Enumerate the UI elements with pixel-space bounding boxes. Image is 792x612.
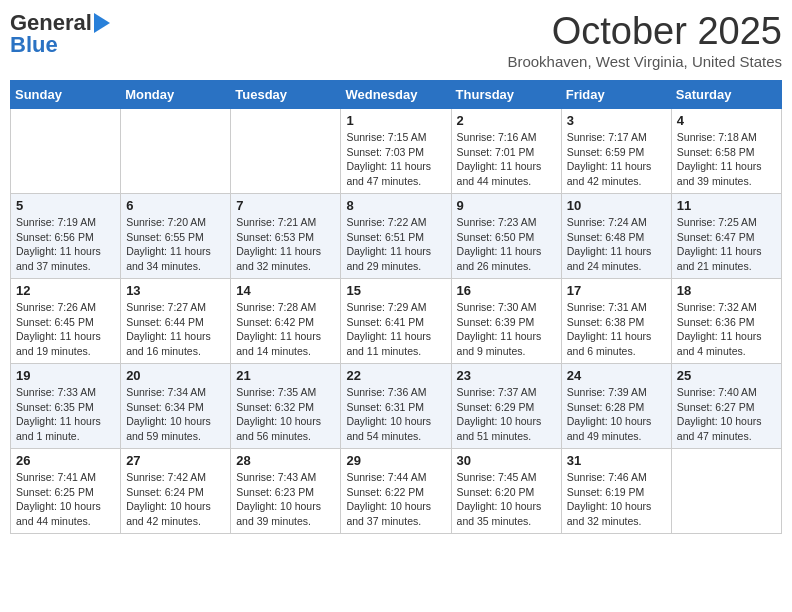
calendar-cell: 19Sunrise: 7:33 AM Sunset: 6:35 PM Dayli… bbox=[11, 364, 121, 449]
title-area: October 2025 Brookhaven, West Virginia, … bbox=[507, 10, 782, 70]
calendar-cell: 9Sunrise: 7:23 AM Sunset: 6:50 PM Daylig… bbox=[451, 194, 561, 279]
calendar-cell: 18Sunrise: 7:32 AM Sunset: 6:36 PM Dayli… bbox=[671, 279, 781, 364]
day-number: 2 bbox=[457, 113, 556, 128]
day-number: 23 bbox=[457, 368, 556, 383]
calendar-cell: 6Sunrise: 7:20 AM Sunset: 6:55 PM Daylig… bbox=[121, 194, 231, 279]
calendar-cell bbox=[671, 449, 781, 534]
day-number: 1 bbox=[346, 113, 445, 128]
calendar-cell: 5Sunrise: 7:19 AM Sunset: 6:56 PM Daylig… bbox=[11, 194, 121, 279]
day-info: Sunrise: 7:41 AM Sunset: 6:25 PM Dayligh… bbox=[16, 470, 115, 529]
calendar-cell: 30Sunrise: 7:45 AM Sunset: 6:20 PM Dayli… bbox=[451, 449, 561, 534]
calendar-cell: 22Sunrise: 7:36 AM Sunset: 6:31 PM Dayli… bbox=[341, 364, 451, 449]
page-header: General Blue October 2025 Brookhaven, We… bbox=[10, 10, 782, 70]
day-number: 20 bbox=[126, 368, 225, 383]
day-info: Sunrise: 7:27 AM Sunset: 6:44 PM Dayligh… bbox=[126, 300, 225, 359]
day-info: Sunrise: 7:24 AM Sunset: 6:48 PM Dayligh… bbox=[567, 215, 666, 274]
location: Brookhaven, West Virginia, United States bbox=[507, 53, 782, 70]
logo-arrow-icon bbox=[94, 13, 110, 33]
calendar-week-row: 1Sunrise: 7:15 AM Sunset: 7:03 PM Daylig… bbox=[11, 109, 782, 194]
month-title: October 2025 bbox=[507, 10, 782, 53]
day-header-wednesday: Wednesday bbox=[341, 81, 451, 109]
day-info: Sunrise: 7:36 AM Sunset: 6:31 PM Dayligh… bbox=[346, 385, 445, 444]
day-info: Sunrise: 7:43 AM Sunset: 6:23 PM Dayligh… bbox=[236, 470, 335, 529]
calendar-cell: 28Sunrise: 7:43 AM Sunset: 6:23 PM Dayli… bbox=[231, 449, 341, 534]
calendar-cell: 12Sunrise: 7:26 AM Sunset: 6:45 PM Dayli… bbox=[11, 279, 121, 364]
day-info: Sunrise: 7:44 AM Sunset: 6:22 PM Dayligh… bbox=[346, 470, 445, 529]
day-info: Sunrise: 7:40 AM Sunset: 6:27 PM Dayligh… bbox=[677, 385, 776, 444]
day-info: Sunrise: 7:34 AM Sunset: 6:34 PM Dayligh… bbox=[126, 385, 225, 444]
day-header-friday: Friday bbox=[561, 81, 671, 109]
calendar-cell: 13Sunrise: 7:27 AM Sunset: 6:44 PM Dayli… bbox=[121, 279, 231, 364]
day-number: 3 bbox=[567, 113, 666, 128]
day-number: 13 bbox=[126, 283, 225, 298]
day-info: Sunrise: 7:45 AM Sunset: 6:20 PM Dayligh… bbox=[457, 470, 556, 529]
day-number: 4 bbox=[677, 113, 776, 128]
calendar-cell: 7Sunrise: 7:21 AM Sunset: 6:53 PM Daylig… bbox=[231, 194, 341, 279]
day-header-thursday: Thursday bbox=[451, 81, 561, 109]
day-number: 27 bbox=[126, 453, 225, 468]
day-number: 5 bbox=[16, 198, 115, 213]
day-info: Sunrise: 7:19 AM Sunset: 6:56 PM Dayligh… bbox=[16, 215, 115, 274]
logo: General Blue bbox=[10, 10, 110, 58]
day-header-tuesday: Tuesday bbox=[231, 81, 341, 109]
calendar-cell: 8Sunrise: 7:22 AM Sunset: 6:51 PM Daylig… bbox=[341, 194, 451, 279]
calendar-cell: 2Sunrise: 7:16 AM Sunset: 7:01 PM Daylig… bbox=[451, 109, 561, 194]
day-number: 10 bbox=[567, 198, 666, 213]
calendar-cell: 23Sunrise: 7:37 AM Sunset: 6:29 PM Dayli… bbox=[451, 364, 561, 449]
day-number: 17 bbox=[567, 283, 666, 298]
day-info: Sunrise: 7:15 AM Sunset: 7:03 PM Dayligh… bbox=[346, 130, 445, 189]
calendar-week-row: 12Sunrise: 7:26 AM Sunset: 6:45 PM Dayli… bbox=[11, 279, 782, 364]
calendar-cell: 31Sunrise: 7:46 AM Sunset: 6:19 PM Dayli… bbox=[561, 449, 671, 534]
day-info: Sunrise: 7:32 AM Sunset: 6:36 PM Dayligh… bbox=[677, 300, 776, 359]
day-info: Sunrise: 7:17 AM Sunset: 6:59 PM Dayligh… bbox=[567, 130, 666, 189]
day-number: 7 bbox=[236, 198, 335, 213]
calendar-table: SundayMondayTuesdayWednesdayThursdayFrid… bbox=[10, 80, 782, 534]
day-number: 12 bbox=[16, 283, 115, 298]
calendar-cell: 10Sunrise: 7:24 AM Sunset: 6:48 PM Dayli… bbox=[561, 194, 671, 279]
day-number: 6 bbox=[126, 198, 225, 213]
day-info: Sunrise: 7:28 AM Sunset: 6:42 PM Dayligh… bbox=[236, 300, 335, 359]
day-info: Sunrise: 7:18 AM Sunset: 6:58 PM Dayligh… bbox=[677, 130, 776, 189]
day-info: Sunrise: 7:22 AM Sunset: 6:51 PM Dayligh… bbox=[346, 215, 445, 274]
calendar-cell: 21Sunrise: 7:35 AM Sunset: 6:32 PM Dayli… bbox=[231, 364, 341, 449]
calendar-week-row: 19Sunrise: 7:33 AM Sunset: 6:35 PM Dayli… bbox=[11, 364, 782, 449]
day-info: Sunrise: 7:33 AM Sunset: 6:35 PM Dayligh… bbox=[16, 385, 115, 444]
day-number: 9 bbox=[457, 198, 556, 213]
day-number: 16 bbox=[457, 283, 556, 298]
calendar-cell: 25Sunrise: 7:40 AM Sunset: 6:27 PM Dayli… bbox=[671, 364, 781, 449]
calendar-cell: 29Sunrise: 7:44 AM Sunset: 6:22 PM Dayli… bbox=[341, 449, 451, 534]
calendar-header-row: SundayMondayTuesdayWednesdayThursdayFrid… bbox=[11, 81, 782, 109]
calendar-cell: 27Sunrise: 7:42 AM Sunset: 6:24 PM Dayli… bbox=[121, 449, 231, 534]
day-number: 14 bbox=[236, 283, 335, 298]
day-info: Sunrise: 7:26 AM Sunset: 6:45 PM Dayligh… bbox=[16, 300, 115, 359]
calendar-cell: 24Sunrise: 7:39 AM Sunset: 6:28 PM Dayli… bbox=[561, 364, 671, 449]
day-number: 31 bbox=[567, 453, 666, 468]
calendar-cell: 1Sunrise: 7:15 AM Sunset: 7:03 PM Daylig… bbox=[341, 109, 451, 194]
day-info: Sunrise: 7:39 AM Sunset: 6:28 PM Dayligh… bbox=[567, 385, 666, 444]
day-number: 25 bbox=[677, 368, 776, 383]
day-number: 24 bbox=[567, 368, 666, 383]
day-header-saturday: Saturday bbox=[671, 81, 781, 109]
calendar-week-row: 26Sunrise: 7:41 AM Sunset: 6:25 PM Dayli… bbox=[11, 449, 782, 534]
day-number: 26 bbox=[16, 453, 115, 468]
day-info: Sunrise: 7:16 AM Sunset: 7:01 PM Dayligh… bbox=[457, 130, 556, 189]
day-header-sunday: Sunday bbox=[11, 81, 121, 109]
day-number: 21 bbox=[236, 368, 335, 383]
calendar-cell: 16Sunrise: 7:30 AM Sunset: 6:39 PM Dayli… bbox=[451, 279, 561, 364]
day-info: Sunrise: 7:21 AM Sunset: 6:53 PM Dayligh… bbox=[236, 215, 335, 274]
day-number: 28 bbox=[236, 453, 335, 468]
day-number: 8 bbox=[346, 198, 445, 213]
day-number: 19 bbox=[16, 368, 115, 383]
calendar-cell: 17Sunrise: 7:31 AM Sunset: 6:38 PM Dayli… bbox=[561, 279, 671, 364]
day-info: Sunrise: 7:29 AM Sunset: 6:41 PM Dayligh… bbox=[346, 300, 445, 359]
calendar-cell bbox=[231, 109, 341, 194]
calendar-cell bbox=[121, 109, 231, 194]
day-info: Sunrise: 7:31 AM Sunset: 6:38 PM Dayligh… bbox=[567, 300, 666, 359]
calendar-cell: 26Sunrise: 7:41 AM Sunset: 6:25 PM Dayli… bbox=[11, 449, 121, 534]
day-number: 15 bbox=[346, 283, 445, 298]
day-info: Sunrise: 7:30 AM Sunset: 6:39 PM Dayligh… bbox=[457, 300, 556, 359]
day-info: Sunrise: 7:35 AM Sunset: 6:32 PM Dayligh… bbox=[236, 385, 335, 444]
day-info: Sunrise: 7:25 AM Sunset: 6:47 PM Dayligh… bbox=[677, 215, 776, 274]
day-number: 18 bbox=[677, 283, 776, 298]
calendar-cell: 4Sunrise: 7:18 AM Sunset: 6:58 PM Daylig… bbox=[671, 109, 781, 194]
